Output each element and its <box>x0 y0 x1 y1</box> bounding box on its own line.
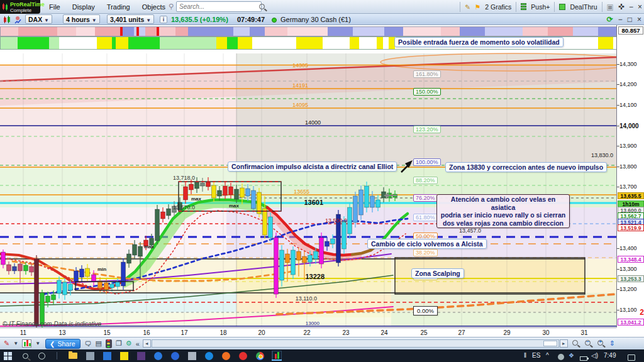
chart-canvas[interactable]: 143051419114095140001383013,830.01365513… <box>0 0 644 362</box>
taskbar-app-opera[interactable] <box>238 351 248 361</box>
dealthru-check-icon[interactable] <box>559 4 565 10</box>
dealthru-button[interactable]: DealThru <box>570 3 597 11</box>
draw-tool-icon[interactable]: ✎ <box>4 339 9 348</box>
close-chart-button[interactable]: × <box>637 16 641 23</box>
taskbar-app-edge[interactable] <box>204 351 214 361</box>
push-button[interactable]: Push+ <box>531 3 550 11</box>
time-axis-label: 24 <box>380 329 387 336</box>
grafics-button[interactable]: 2 Grafics <box>485 3 511 11</box>
cortana-icon[interactable] <box>36 351 47 361</box>
refresh-icon[interactable]: ⟳ <box>607 15 613 24</box>
fib-label: 88.20% <box>413 177 438 184</box>
candle <box>86 268 90 277</box>
candle <box>308 255 313 262</box>
taskbar-app-file-explorer[interactable] <box>68 351 78 361</box>
chart-price-label: 13655 <box>294 189 309 195</box>
volume-icon[interactable]: ◁) <box>591 352 598 359</box>
chart-type-icon[interactable] <box>3 16 11 24</box>
action-center-icon[interactable] <box>626 353 636 362</box>
menu-item-file[interactable]: File <box>48 2 62 12</box>
share-button[interactable]: ❮Share <box>45 339 80 349</box>
taskbar-app-store[interactable] <box>136 351 146 361</box>
axis-tick: 13,700 <box>619 184 637 190</box>
menu-item-trading[interactable]: Trading <box>106 2 131 12</box>
comment-icon[interactable]: 🗨 <box>84 340 91 348</box>
annotation-a6[interactable]: Zona Scalping <box>411 268 464 278</box>
chart-style-dropdown[interactable]: ▼ <box>35 341 40 346</box>
candle <box>92 275 96 282</box>
candle <box>57 280 62 293</box>
taskbar-app-prorealtime[interactable] <box>272 351 282 361</box>
taskbar-app-mail[interactable] <box>153 351 163 361</box>
scroll-left-button[interactable]: ◄ <box>143 339 151 348</box>
minimize-app-button[interactable]: − <box>629 3 633 11</box>
plugin-icon[interactable]: ▣ <box>607 3 614 11</box>
search-input[interactable] <box>176 1 262 12</box>
taskbar-search-icon[interactable] <box>20 351 30 361</box>
watchlist-icon[interactable] <box>14 16 22 24</box>
teams-tray-icon[interactable] <box>556 352 566 362</box>
units-select[interactable]: 3,401 units ▼ <box>107 14 154 24</box>
dropbox-tray-icon[interactable]: ❖ <box>569 352 574 359</box>
mic-icon[interactable]: ⚲ <box>169 3 174 11</box>
candle <box>138 246 143 256</box>
minimize-chart-button[interactable]: − <box>618 16 623 23</box>
annotation-a1[interactable]: Posible entrada fuerza de momento solo v… <box>394 37 564 47</box>
fib-label: 161.80% <box>413 70 441 78</box>
start-button[interactable] <box>3 351 13 361</box>
maximize-chart-button[interactable]: □ <box>628 16 632 23</box>
chart-price-label: 13,718.0 <box>173 175 195 181</box>
chart-scrollbar[interactable] <box>152 339 559 348</box>
signals-icon[interactable] <box>106 339 112 348</box>
taskbar-clock[interactable]: 7:49 <box>604 352 616 359</box>
annotation-a5[interactable]: Cambio de ciclo volvemos a Alcista <box>367 239 487 249</box>
collapse-toolbar-icon[interactable]: « <box>136 340 140 348</box>
menu-item-objects[interactable]: Objects <box>141 2 167 12</box>
window-icon[interactable]: ❐ <box>116 339 122 348</box>
zoom-out-icon[interactable]: − <box>584 339 593 348</box>
info-icon[interactable]: i <box>160 16 167 23</box>
zoom-drag-icon[interactable] <box>572 339 580 348</box>
pin-icon[interactable]: ✜ <box>618 3 625 11</box>
axis-tick: 13,300 <box>619 266 637 272</box>
close-app-button[interactable]: × <box>638 3 642 11</box>
zoom-in-icon[interactable]: + <box>597 339 606 348</box>
flag-icon[interactable]: ⚑ <box>475 3 480 11</box>
news-icon[interactable]: ▤ <box>95 339 101 348</box>
axis-tick: 14,300 <box>619 61 637 67</box>
symbol-select[interactable]: DAX ▼ <box>25 14 52 24</box>
battery-icon[interactable] <box>579 353 589 362</box>
oscillator-value: 80.857 <box>618 26 643 35</box>
menu-item-display[interactable]: Display <box>71 2 96 12</box>
annotation-a4[interactable]: Atención a cambio color velas en asiatic… <box>436 194 570 228</box>
chart-price-label: 13601 <box>304 199 323 206</box>
annotation-a2[interactable]: Confirmacion impulso alcista a directriz… <box>228 162 397 172</box>
price-axis[interactable]: 80.857 2 14,30014,20014,10014,00013,9001… <box>616 25 644 327</box>
scroll-right-button[interactable]: ► <box>560 339 568 348</box>
candle <box>7 265 11 271</box>
annotation-a3[interactable]: Zona 13830 y correccion antes de nuevo i… <box>445 162 607 172</box>
taskbar-app-projector[interactable] <box>85 351 95 361</box>
language-indicator[interactable]: ES <box>532 352 540 359</box>
taskbar-app-firefox[interactable] <box>221 351 231 361</box>
time-axis[interactable]: 111315161718202223242527293031 <box>0 327 616 337</box>
taskbar-app-todo[interactable] <box>170 351 180 361</box>
chart-style-icon[interactable] <box>22 339 31 348</box>
timeframe-select[interactable]: 4 hours ▼ <box>63 14 100 24</box>
draw-pen-icon[interactable]: ✎ <box>465 3 470 11</box>
fit-vertical-icon[interactable]: ⇕ <box>609 339 615 348</box>
draw-tool-dropdown[interactable]: ▼ <box>13 341 18 346</box>
chart-price-label: 13,110.0 <box>296 295 317 302</box>
title-bar: ProRealTime Complete FileDisplayTradingO… <box>0 0 644 14</box>
taskbar-app-powershell[interactable] <box>119 351 129 361</box>
annotation-a7[interactable]: 0.00% <box>413 306 438 315</box>
search-icon[interactable] <box>259 4 265 9</box>
taskbar-app-chrome[interactable] <box>255 351 265 361</box>
candle <box>297 251 301 260</box>
scrollbar-thumb[interactable] <box>543 341 557 346</box>
taskbar-app-calculator[interactable] <box>187 351 197 361</box>
taskbar-app-photos[interactable] <box>102 351 112 361</box>
settings-wrench-icon[interactable]: ⚙ <box>126 339 132 348</box>
tray-expand-icon[interactable]: ^ <box>546 352 549 359</box>
candle <box>246 189 250 196</box>
